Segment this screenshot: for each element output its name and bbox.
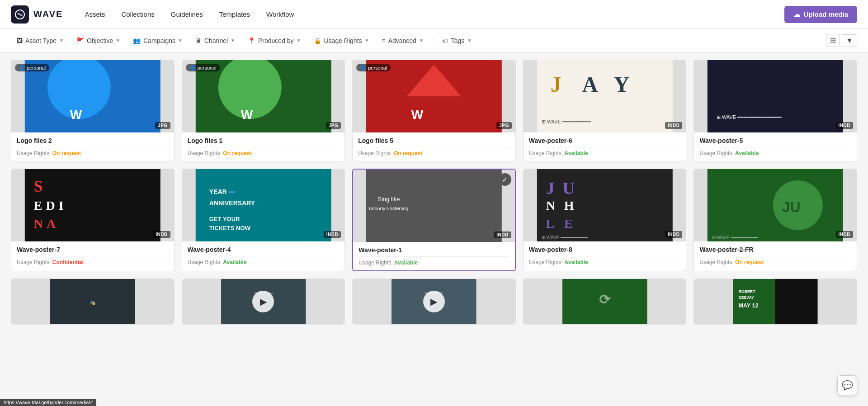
play-button[interactable]: ▶ [252, 291, 274, 312]
svg-text:⟳: ⟳ [599, 292, 611, 307]
card-image-wrap: J UNHL E⊞ WAVE ━━━━━━━━━━ INDD [524, 169, 686, 241]
svg-text:GET YOUR: GET YOUR [209, 216, 240, 222]
card-image-wrap: JAY⊞ WAVE ━━━━━━━━━ INDD [524, 60, 686, 132]
card-divider [358, 147, 510, 147]
rights-value: On request [735, 259, 764, 265]
type-badge: INDD [665, 122, 682, 129]
card-rights: Usage Rights On request [188, 150, 340, 156]
svg-text:JU: JU [782, 199, 801, 215]
card-wave-poster-5[interactable]: ⊞ WAVE ━━━━━━━━━━━━━━ INDD Wave-poster-5… [693, 60, 857, 161]
nav-collections[interactable]: Collections [114, 7, 161, 22]
nav-templates[interactable]: Templates [212, 7, 257, 22]
filter-asset-type[interactable]: 🖼 Asset Type ▼ [11, 34, 69, 47]
card-wave-poster-1[interactable]: Sing likenobody's listening INDD ✓ Wave-… [352, 169, 516, 271]
svg-text:⊞ WAVE ━━━━━━━━━━: ⊞ WAVE ━━━━━━━━━━ [542, 235, 588, 240]
type-badge: JPG [155, 122, 170, 129]
card-wave-poster-7[interactable]: SEDINA INDD Wave-poster-7 Usage Rights C… [11, 169, 175, 271]
card-body: Wave-poster-8 Usage Rights Available [524, 241, 686, 270]
card-bottom-robert[interactable]: ROBERTDEEJAYMAY 12 [693, 279, 857, 325]
card-image-wrap: 🎭 [11, 279, 174, 324]
filter-channel[interactable]: 🖥 Channel ▼ [190, 34, 241, 47]
filter-campaigns[interactable]: 👥 Campaigns ▼ [127, 34, 188, 47]
filter-campaigns-label: Campaigns [143, 37, 175, 44]
upload-label: Upload media [804, 10, 848, 18]
card-title: Logo files 1 [188, 137, 340, 144]
card-image-wrap: ⊞ WAVE ━━━━━━━━━━━━━━ INDD [694, 60, 857, 132]
card-bottom-3[interactable]: Brand Notes ▶ [352, 279, 516, 325]
card-wave-poster-6[interactable]: JAY⊞ WAVE ━━━━━━━━━ INDD Wave-poster-6 U… [523, 60, 687, 161]
filter-objective-label: Objective [87, 37, 113, 44]
card-divider [529, 256, 681, 256]
filter-usage-rights[interactable]: 🔒 Usage Rights ▼ [308, 34, 375, 47]
grid-view-button[interactable]: ⊞ [826, 34, 840, 47]
nav-guidelines[interactable]: Guidelines [164, 7, 210, 22]
rights-label: Usage Rights [188, 150, 222, 156]
list-view-button[interactable]: ▼ [842, 34, 857, 47]
card-rights: Usage Rights On request [358, 150, 510, 156]
svg-text:MAY 12: MAY 12 [739, 302, 759, 309]
card-body: Wave-poster-5 Usage Rights Available [694, 132, 857, 161]
main-header: WAVE Assets Collections Guidelines Templ… [0, 0, 868, 29]
card-logo-files-1[interactable]: W 👤personal JPG Logo files 1 Usage Right… [182, 60, 345, 161]
filter-produced-by-label: Produced by [258, 37, 294, 44]
svg-text:Y: Y [614, 72, 633, 96]
type-badge: JPG [496, 122, 512, 129]
type-badge: INDD [324, 231, 341, 238]
rights-label: Usage Rights [529, 150, 563, 156]
filter-objective[interactable]: 🚩 Objective ▼ [71, 34, 126, 47]
nav-assets[interactable]: Assets [77, 7, 112, 22]
filter-tags-label: Tags [451, 37, 465, 44]
card-bottom-1[interactable]: 🎭 [11, 279, 175, 325]
filter-channel-label: Channel [204, 37, 228, 44]
svg-text:⊞ WAVE ━━━━━━━━━: ⊞ WAVE ━━━━━━━━━ [542, 119, 591, 124]
svg-text:Sing like: Sing like [377, 196, 400, 203]
svg-text:N: N [546, 198, 559, 212]
card-image-wrap: Brand Notes ▶ [353, 279, 515, 324]
objective-icon: 🚩 [76, 37, 84, 44]
card-wave-poster-4[interactable]: YEAR —ANNIVERSARYGET YOURTICKETS NOW IND… [182, 169, 345, 271]
card-logo-files-2[interactable]: W 👤personal JPG Logo files 2 Usage Right… [11, 60, 175, 161]
rights-label: Usage Rights [188, 259, 222, 265]
card-title: Logo files 5 [358, 137, 510, 144]
type-badge: INDD [494, 231, 511, 238]
svg-text:W: W [241, 108, 253, 122]
nav-workflow[interactable]: Workflow [259, 7, 301, 22]
type-badge: INDD [836, 231, 853, 238]
card-wave-poster-8[interactable]: J UNHL E⊞ WAVE ━━━━━━━━━━ INDD Wave-post… [523, 169, 687, 271]
filter-advanced[interactable]: ≡ Advanced ▼ [376, 34, 429, 47]
filter-tags[interactable]: 🏷 Tags ▼ [437, 34, 477, 47]
svg-text:A: A [582, 72, 602, 96]
card-title: Wave-poster-2-FR [699, 246, 851, 253]
asset-grid: W 👤personal JPG Logo files 2 Usage Right… [11, 60, 857, 325]
card-divider [529, 147, 681, 147]
svg-text:🎭: 🎭 [90, 300, 96, 306]
card-title: Wave-poster-4 [188, 246, 340, 253]
card-logo-files-5[interactable]: W 👤personal JPG Logo files 5 Usage Right… [352, 60, 516, 161]
filter-usage-rights-label: Usage Rights [324, 37, 362, 44]
svg-text:⊞ WAVE ━━━━━━━━━━━━━━: ⊞ WAVE ━━━━━━━━━━━━━━ [717, 114, 782, 120]
card-body: Logo files 5 Usage Rights On request [353, 132, 515, 161]
card-wave-poster-2-fr[interactable]: JU⊞ WAVE ━━━━━━━━━━ INDD Wave-poster-2-F… [693, 169, 857, 271]
tags-icon: 🏷 [442, 37, 448, 44]
produced-by-icon: 📍 [248, 37, 255, 44]
upload-media-button[interactable]: ☁ Upload media [784, 6, 857, 23]
filter-produced-by[interactable]: 📍 Produced by ▼ [242, 34, 307, 47]
card-bottom-4[interactable]: ⟳ [523, 279, 687, 325]
rights-value: On request [394, 150, 422, 156]
advanced-icon: ≡ [382, 37, 385, 44]
card-image-wrap: W 👤personal JPG [353, 60, 515, 132]
card-rights: Usage Rights Confidential [17, 259, 169, 265]
type-badge: INDD [665, 231, 682, 238]
play-button[interactable]: ▶ [423, 291, 445, 312]
rights-value: Available [565, 150, 588, 156]
logo[interactable]: WAVE [11, 5, 63, 24]
card-bottom-2[interactable]: Create a Flow ▶ [182, 279, 345, 325]
rights-value: Available [565, 259, 588, 265]
owner-badge: 👤personal [15, 64, 49, 71]
rights-value: Available [223, 259, 246, 265]
card-image-wrap: YEAR —ANNIVERSARYGET YOURTICKETS NOW IND… [182, 169, 345, 241]
card-divider [188, 147, 340, 147]
card-divider [699, 147, 851, 147]
card-title: Wave-poster-5 [699, 137, 851, 144]
chevron-down-icon: ▼ [297, 38, 301, 43]
